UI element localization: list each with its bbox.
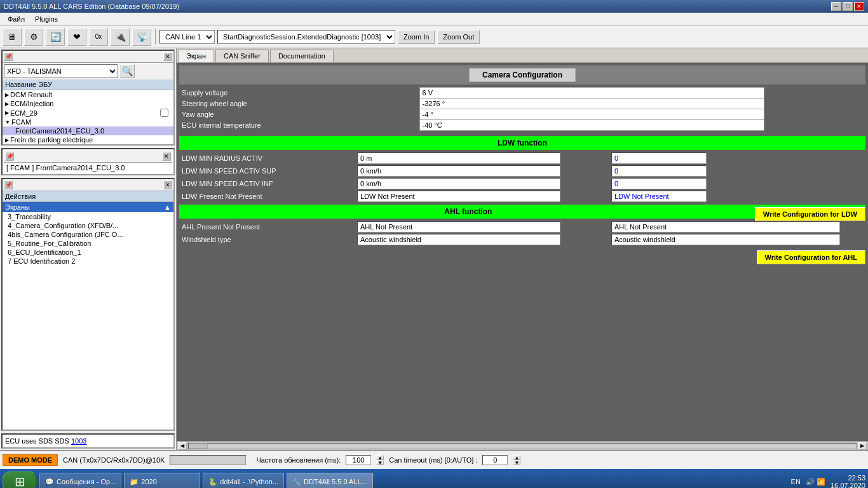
camera-config-table: Supply voltage 6 V Steering wheel angle … [179, 87, 865, 131]
menu-plugins[interactable]: Plugins [30, 14, 63, 24]
ecu-arrow-ecminj: ▶ [5, 101, 9, 107]
toolbar-btn-5[interactable]: 0x [89, 28, 108, 46]
screen-item-routine-calibration[interactable]: 5_Routine_For_Calibration [3, 239, 173, 248]
taskbar-app-folder[interactable]: 📁 2020 [124, 473, 200, 488]
ecu-item-dcm[interactable]: ▶ DCM Renault [3, 90, 173, 99]
sds-value[interactable]: 1003 [71, 437, 86, 445]
left-panel: 📌 ✕ XFD - TALISMAN 🔍 Название ЭБУ ▶ DCM … [0, 48, 177, 450]
freq-spinner: ▲ ▼ [376, 455, 384, 465]
toolbar-btn-1[interactable]: 🖥 [3, 28, 22, 46]
ecu-list-label: Название ЭБУ [3, 79, 173, 90]
menu-file[interactable]: Файл [3, 14, 30, 24]
content-area[interactable]: Camera Configuration Supply voltage 6 V … [177, 63, 868, 441]
toolbar-btn-3[interactable]: 🔄 [46, 28, 65, 46]
taskbar-app-messages[interactable]: 💬 Сообщения - Ор... [39, 473, 121, 488]
scroll-track [188, 443, 857, 449]
freq-down-btn[interactable]: ▼ [376, 460, 384, 465]
ldw-row-3: LDW Present Not Present LDW Not Present … [179, 191, 865, 202]
ecu-uses-label: ECU uses SDS [5, 437, 53, 445]
write-ldw-button[interactable]: Write Configuration for LDW [755, 207, 865, 221]
freq-label: Частота обновления (ms): [256, 456, 341, 464]
write-ahl-button[interactable]: Write Configuration for AHL [757, 250, 865, 264]
ecu-item-ecm29[interactable]: ▶ ECM_29 [3, 108, 173, 118]
ecu-item-frontcam[interactable]: FrontCamera2014_ECU_3.0 [3, 126, 173, 135]
ahl-row-0: AHL Present Not Present AHL Not Present … [179, 221, 755, 233]
ecu-panel-pin[interactable]: 📌 [4, 52, 13, 61]
supply-voltage-label: Supply voltage [179, 88, 419, 98]
screens-sort-icon[interactable]: ▲ [164, 203, 171, 211]
yaw-angle-label: Yaw angle [179, 109, 419, 120]
tab-can-sniffer[interactable]: CAN Sniffer [215, 50, 269, 62]
zoom-in-button[interactable]: Zoom In [398, 30, 435, 44]
toolbar-btn-4[interactable]: ❤ [67, 28, 86, 46]
ahl-row0-value1: AHL Not Present [357, 221, 560, 233]
actions-pin-btn[interactable]: 📌 [4, 180, 13, 189]
ecu-arrow-fcam: ▼ [5, 119, 10, 125]
ecu-item-frein[interactable]: ▶ Frein de parking electrique [3, 135, 173, 144]
clock: 22:53 16.07.2020 [831, 474, 865, 488]
ldw-row-1: LDW MIN SPEED ACTIV SUP 0 km/h 0 [179, 165, 865, 177]
can-timeout-value: 0 [482, 455, 508, 465]
diagnostic-select[interactable]: StartDiagnosticSession.ExtendedDiagnosti… [217, 30, 395, 44]
actions-close-btn[interactable]: ✕ [163, 180, 172, 189]
screen-item-camera-config[interactable]: 4_Camera_Configuration (XFD/B/... [3, 221, 173, 230]
start-button[interactable]: ⊞ [3, 471, 37, 488]
steering-angle-label: Steering wheel angle [179, 98, 419, 109]
fcam-info-text: [ FCAM ] FrontCamera2014_ECU_3.0 [4, 163, 172, 173]
toolbar: 🖥 ⚙ 🔄 ❤ 0x 🔌 📡 CAN Line 1 StartDiagnosti… [0, 25, 868, 48]
ahl-row1-value1: Acoustic windshield [357, 234, 560, 245]
ecu-search-button[interactable]: 🔍 [119, 64, 135, 78]
system-tray-icons: 🔊 📶 [806, 478, 825, 486]
ecu-item-ecminj[interactable]: ▶ ECM/Injection [3, 99, 173, 108]
timeout-spinner: ▲ ▼ [513, 455, 520, 465]
status-info-panel: ECU uses SDS SDS 1003 [1, 433, 175, 449]
taskbar-app-python[interactable]: 🐍 ddt4all - .\Python... [203, 473, 284, 488]
ahl-row-1: Windshield type Acoustic windshield Acou… [179, 234, 865, 245]
ddt-icon: 🔧 [292, 478, 301, 486]
fcam-close-btn[interactable]: ✕ [162, 152, 171, 161]
horizontal-scrollbar[interactable]: ◀ ▶ [177, 441, 868, 450]
taskbar-app-ddt4all[interactable]: 🔧 DDT4All 5.5.0 ALL... [287, 473, 373, 488]
ahl-row0-value2: AHL Not Present [611, 221, 840, 233]
toolbar-separator [155, 29, 156, 44]
tab-screen[interactable]: Экран [178, 50, 214, 62]
can-info: CAN (Tx0x7DC/Rx0x7DD)@10K [63, 456, 165, 464]
close-button[interactable]: ✕ [854, 2, 864, 11]
zoom-out-button[interactable]: Zoom Out [437, 30, 480, 44]
title-text: DDT4All 5.5.0 ALL CARS Edition (Database… [4, 3, 179, 10]
ldw-row0-value2: 0 [611, 152, 707, 164]
tabs-bar: Экран CAN Sniffer Documentation [177, 48, 868, 63]
ecu-item-fcam[interactable]: ▼ FCAM [3, 118, 173, 126]
ecu-dropdown[interactable]: XFD - TALISMAN [4, 64, 118, 78]
demo-mode-badge: DEMO MODE [3, 454, 58, 466]
freq-value: 100 [346, 455, 371, 465]
minimize-button[interactable]: ─ [831, 2, 841, 11]
right-panel: Экран CAN Sniffer Documentation Camera C… [177, 48, 868, 450]
screen-item-ecu-id1[interactable]: 6_ECU_Identification_1 [3, 248, 173, 257]
screen-item-camera-config-jfc[interactable]: 4bis_Camera Configuration (JFC O... [3, 230, 173, 239]
tab-documentation[interactable]: Documentation [270, 50, 334, 62]
timeout-down-btn[interactable]: ▼ [513, 460, 520, 465]
scroll-right-btn[interactable]: ▶ [858, 442, 867, 450]
screen-item-traceability[interactable]: 3_Traceability [3, 212, 173, 221]
fcam-pin-btn[interactable]: 📌 [5, 152, 14, 161]
toolbar-btn-7[interactable]: 📡 [132, 28, 151, 46]
toolbar-btn-2[interactable]: ⚙ [24, 28, 43, 46]
ldw-row2-value2: 0 [611, 178, 707, 189]
steering-angle-value: -3276 ° [419, 98, 764, 109]
table-row: ECU internal temperature -40 °C [179, 120, 865, 131]
screen-item-ecu-id2[interactable]: 7 ECU Identification 2 [3, 257, 173, 266]
ecu-panel-close[interactable]: ✕ [163, 52, 172, 61]
ldw-row-0: LDW MIN RADIUS ACTIV 0 m 0 [179, 152, 865, 164]
camera-config-header: Camera Configuration [179, 65, 865, 85]
screens-list: 3_Traceability 4_Camera_Configuration (X… [3, 212, 173, 430]
scroll-thumb[interactable] [189, 444, 208, 449]
toolbar-btn-6[interactable]: 🔌 [111, 28, 130, 46]
can-line-select[interactable]: CAN Line 1 [159, 30, 215, 44]
table-row: Yaw angle -4 ° [179, 109, 865, 120]
ecu-ecm29-checkbox[interactable] [160, 109, 168, 117]
scroll-left-btn[interactable]: ◀ [178, 442, 187, 450]
ldw-row-2: LDW MIN SPEED ACTIV INF 0 km/h 0 [179, 178, 865, 189]
maximize-button[interactable]: □ [843, 2, 853, 11]
actions-panel: 📌 ✕ Действия Экраны ▲ 3_Traceability 4_C… [1, 178, 175, 431]
